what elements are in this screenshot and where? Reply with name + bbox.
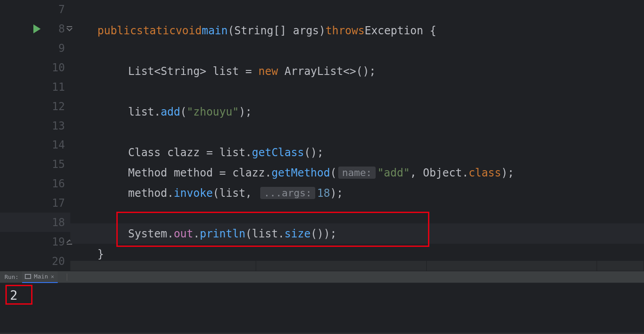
code-line[interactable]: Class clazz = list.getClass(); — [70, 142, 644, 162]
line-number: 17 — [49, 197, 65, 209]
run-tab-name: Main — [34, 273, 48, 280]
gutter[interactable]: 7 8 9 10 11 12 13 14 15 16 17 18 19 20 — [0, 0, 70, 271]
line-number: 16 — [49, 177, 65, 190]
code-line[interactable]: method.invoke(list, ...args: 18); — [70, 183, 644, 203]
run-tab[interactable]: Main × — [22, 271, 58, 283]
line-number: 8 — [49, 23, 65, 35]
code-line[interactable]: Method method = clazz.getMethod(name:"ad… — [70, 162, 644, 183]
run-label: Run: — [0, 274, 22, 280]
code-area[interactable]: public static void main(String[] args) t… — [70, 0, 644, 271]
console-output: 2 — [10, 287, 637, 305]
close-icon[interactable]: × — [51, 274, 54, 280]
inlay-hint: ...args: — [260, 187, 315, 199]
run-output[interactable]: 2 — [0, 283, 644, 333]
code-line[interactable]: list.add("zhouyu"); — [70, 102, 644, 122]
code-line[interactable]: List<String> list = new ArrayList<>(); — [70, 61, 644, 81]
divider — [67, 274, 67, 281]
code-line[interactable]: public static void main(String[] args) t… — [70, 20, 644, 41]
line-number: 20 — [49, 255, 65, 268]
line-number: 15 — [49, 158, 65, 171]
line-number: 12 — [49, 100, 65, 113]
line-number: 13 — [49, 120, 65, 132]
line-number: 11 — [49, 81, 65, 93]
line-number: 14 — [49, 139, 65, 151]
line-number: 19 — [49, 236, 65, 248]
run-gutter-icon[interactable] — [33, 24, 41, 33]
line-number: 10 — [49, 61, 65, 74]
inlay-hint: name: — [338, 167, 375, 179]
editor[interactable]: 7 8 9 10 11 12 13 14 15 16 17 18 19 20 p… — [0, 0, 644, 271]
tab-app-icon — [25, 274, 31, 279]
code-line[interactable]: System.out.println(list.size()); — [70, 223, 644, 244]
line-number: 7 — [49, 3, 65, 16]
line-number: 9 — [49, 42, 65, 55]
line-number: 18 — [49, 216, 65, 229]
editor-bottom-bar — [70, 261, 644, 271]
